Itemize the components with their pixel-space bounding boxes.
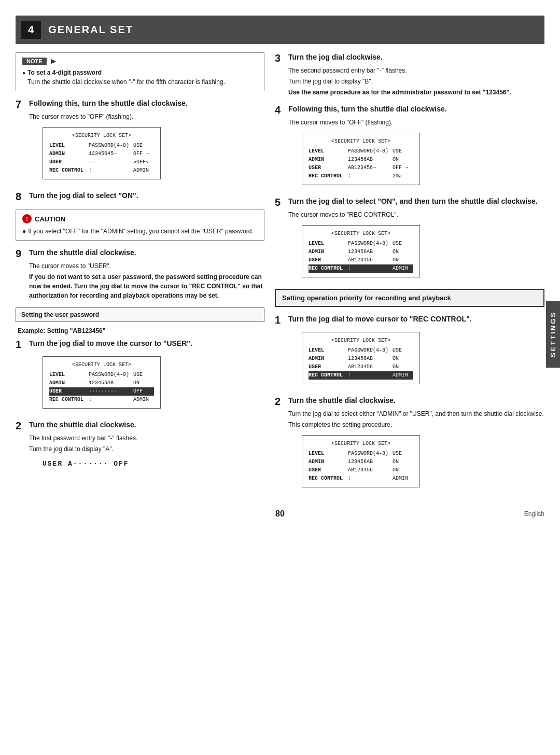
step-5-right-header: 5 Turn the jog dial to select "ON", and … [275, 197, 544, 208]
step-9-header: 9 Turn the shuttle dial clockwise. [16, 248, 264, 259]
screen-row: LEVELPASSWORD(4-8)USE [309, 147, 413, 156]
screen-row: LEVELPASSWORD(4-8)USE [309, 450, 413, 458]
step-5-right-num: 5 [275, 197, 285, 208]
step-1-left-body: <SECURITY LOCK SET> LEVELPASSWORD(4-8)US… [29, 352, 264, 413]
example-label: Example: Setting "AB123456" [18, 327, 264, 334]
step-3-right-header: 3 Turn the jog dial clockwise. [275, 52, 544, 64]
step-1-left-title: Turn the jog dial to move the cursor to … [29, 339, 192, 348]
step-3-right-title: Turn the jog dial clockwise. [288, 52, 383, 62]
setting-box-title: Setting the user password [21, 311, 259, 318]
step-4-right-title: Following this, turn the shuttle dial cl… [288, 104, 447, 114]
side-tab: SETTINGS [546, 301, 560, 368]
screen-row: LEVELPASSWORD(4-8)USE [309, 346, 413, 355]
step-4-right: 4 Following this, turn the shuttle dial … [275, 104, 544, 189]
page-title: GENERAL SET [48, 24, 133, 36]
step-3-bold: Use the same procedure as for the admini… [288, 89, 511, 96]
step-3-right: 3 Turn the jog dial clockwise. The secon… [275, 52, 544, 97]
step-9-body: The cursor moves to "USER". If you do no… [29, 261, 264, 300]
step-1-right2-body: <SECURITY LOCK SET> LEVELPASSWORD(4-8)US… [288, 328, 544, 388]
step-7-screen: <SECURITY LOCK SET> LEVELPASSWORD(4-8)US… [43, 127, 161, 179]
step-7: 7 Following this, turn the shuttle dial … [16, 99, 264, 184]
step-8-header: 8 Turn the jog dial to select "ON". [16, 191, 264, 202]
screen-row: REC CONTROL:2m↙ [309, 172, 413, 180]
screen-row: LEVELPASSWORD(4-8)USE [49, 142, 154, 150]
step-5-right-screen: <SECURITY LOCK SET> LEVELPASSWORD(4-8)US… [302, 225, 420, 277]
step-9: 9 Turn the shuttle dial clockwise. The c… [16, 248, 264, 300]
step-2-right2-title: Turn the shuttle dial clockwise. [288, 396, 396, 405]
step-7-title: Following this, turn the shuttle dial cl… [29, 99, 188, 108]
note-content: ● To set a 4-digit password Turn the shu… [22, 68, 258, 87]
step-8: 8 Turn the jog dial to select "ON". [16, 191, 264, 202]
priority-box: Setting operation priority for recording… [275, 289, 544, 307]
bullet-dot: ● [22, 69, 25, 77]
page-header: 4 GENERAL SET [16, 16, 544, 44]
step-5-right-title: Turn the jog dial to select "ON", and th… [288, 197, 538, 206]
step-4-right-num: 4 [275, 104, 285, 116]
content-area: NOTE ▶ ● To set a 4-digit password Turn … [16, 44, 544, 499]
step-1-left-num: 1 [16, 339, 26, 350]
step-2-left-header: 2 Turn the shuttle dial clockwise. [16, 420, 264, 431]
chapter-number: 4 [21, 21, 41, 39]
screen-row: REC CONTROL:ADMIN [49, 166, 154, 175]
screen-row: REC CONTROL:ADMIN [49, 396, 154, 404]
step-7-body: The cursor moves to "OFF" (flashing). <S… [29, 112, 264, 184]
screen-title: <SECURITY LOCK SET> [309, 440, 413, 448]
note-arrow: ▶ [51, 57, 56, 65]
step-4-right-screen: <SECURITY LOCK SET> LEVELPASSWORD(4-8)US… [302, 133, 420, 185]
caution-bullet: ● If you select "OFF" for the "ADMIN" se… [22, 227, 258, 236]
step-1-right2-header: 1 Turn the jog dial to move cursor to "R… [275, 314, 544, 326]
note-header: NOTE ▶ [22, 57, 258, 65]
caution-text: If you select "OFF" for the "ADMIN" sett… [28, 227, 253, 236]
screen-row: ADMIN123456ABON [49, 379, 154, 387]
step-1-right2-screen: <SECURITY LOCK SET> LEVELPASSWORD(4-8)US… [302, 332, 420, 384]
step-2-right2-num: 2 [275, 396, 285, 407]
step-9-num: 9 [16, 248, 26, 259]
step-5-right: 5 Turn the jog dial to select "ON", and … [275, 197, 544, 282]
note-bullet-text: Turn the shuttle dial clockwise when "-"… [27, 78, 225, 86]
caution-header: ! CAUTION [22, 214, 258, 223]
caution-icon: ! [22, 214, 32, 223]
step-8-num: 8 [16, 191, 26, 202]
step-1-left-screen: <SECURITY LOCK SET> LEVELPASSWORD(4-8)US… [43, 356, 161, 409]
step-2-left-num: 2 [16, 420, 26, 431]
screen-row: ADMIN123456ABON [309, 248, 413, 256]
step-3-right-num: 3 [275, 52, 285, 64]
screen-row: ADMIN123456ABON [309, 458, 413, 466]
note-bullet-title: To set a 4-digit password Turn the shutt… [27, 68, 225, 87]
page-footer: 80 English [0, 499, 560, 524]
screen-row: USERAB123456ON [309, 363, 413, 371]
step-2-right2: 2 Turn the shuttle dial clockwise. Turn … [275, 396, 544, 492]
screen-row-highlighted: USER·········OFF [49, 387, 154, 396]
page-number: 80 [275, 509, 285, 519]
screen-title: <SECURITY LOCK SET> [309, 230, 413, 237]
caution-box: ! CAUTION ● If you select "OFF" for the … [16, 209, 264, 241]
screen-row: USERAB123456→OFF → [309, 164, 413, 172]
screen-row-highlighted: REC CONTROL:ADMIN [309, 371, 413, 380]
screen-row: LEVELPASSWORD(4-8)USE [49, 371, 154, 379]
screen-row-highlighted: REC CONTROL:ADMIN [309, 264, 413, 273]
screen-row: REC CONTROL:ADMIN [309, 474, 413, 483]
priority-box-title: Setting operation priority for recording… [282, 294, 537, 302]
left-column: NOTE ▶ ● To set a 4-digit password Turn … [16, 44, 264, 499]
step-4-right-header: 4 Following this, turn the shuttle dial … [275, 104, 544, 116]
setting-user-password-box: Setting the user password [16, 307, 264, 322]
caution-label: CAUTION [35, 215, 65, 223]
step-7-num: 7 [16, 99, 26, 110]
caution-content: ● If you select "OFF" for the "ADMIN" se… [22, 227, 258, 236]
screen-title: <SECURITY LOCK SET> [309, 337, 413, 344]
right-column: 3 Turn the jog dial clockwise. The secon… [275, 44, 544, 499]
screen-row: USERAB123456ON [309, 466, 413, 474]
step-2-right2-body: Turn the jog dial to select either "ADMI… [288, 409, 544, 492]
step-1-right2-title: Turn the jog dial to move cursor to "REC… [288, 314, 472, 324]
step-1-left: 1 Turn the jog dial to move the cursor t… [16, 339, 264, 413]
bullet-dot: ● [22, 227, 26, 236]
screen-row: USER———↗OFF↘ [49, 158, 154, 166]
language-label: English [524, 510, 544, 518]
step-3-right-body: The second password entry bar "-" flashe… [288, 66, 544, 97]
screen-row: ADMIN123456ABON [309, 156, 413, 164]
step-1-right2: 1 Turn the jog dial to move cursor to "R… [275, 314, 544, 388]
step-1-left-header: 1 Turn the jog dial to move the cursor t… [16, 339, 264, 350]
step-9-title: Turn the shuttle dial clockwise. [29, 248, 136, 257]
step-2-left: 2 Turn the shuttle dial clockwise. The f… [16, 420, 264, 469]
step-2-left-body: The first password entry bar "-" flashes… [29, 434, 264, 469]
